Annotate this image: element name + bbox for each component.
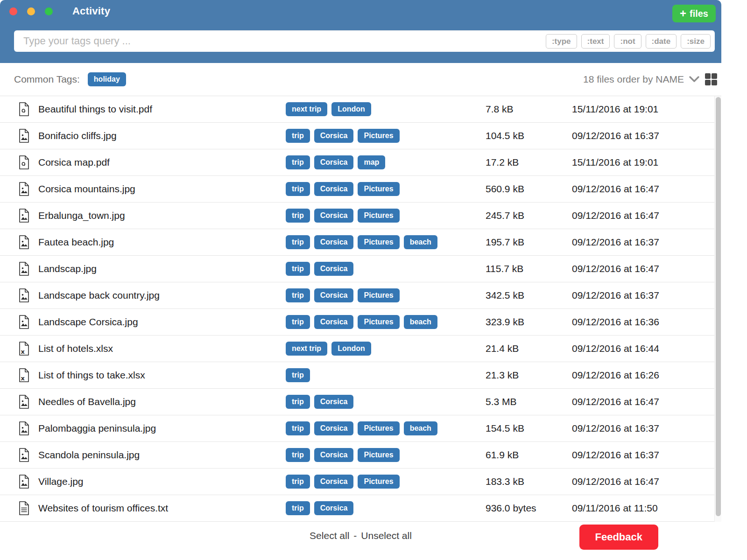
tag-badge[interactable]: trip [286, 475, 310, 489]
file-row[interactable]: Village.jpgtripCorsicaPictures183.3 kB09… [0, 469, 714, 495]
scrollbar-thumb[interactable] [716, 97, 721, 516]
tag-badge[interactable]: next trip [286, 102, 327, 116]
image-file-icon [0, 262, 38, 276]
unselect-all-link[interactable]: Unselect all [361, 530, 412, 541]
file-size: 342.5 kB [481, 290, 567, 301]
file-size: 323.9 kB [481, 316, 567, 328]
file-row[interactable]: Landscape Corsica.jpgtripCorsicaPictures… [0, 309, 714, 336]
file-row[interactable]: Needles of Bavella.jpgtripCorsica5.3 MB0… [0, 389, 714, 415]
file-date: 09/12/2016 at 16:47 [567, 396, 714, 407]
tag-badge[interactable]: trip [286, 315, 310, 329]
file-row[interactable]: Beautiful things to visit.pdfnext tripLo… [0, 96, 714, 123]
file-date: 09/12/2016 at 16:47 [567, 476, 714, 487]
tag-badge[interactable]: trip [286, 288, 310, 302]
file-date: 09/12/2016 at 16:37 [567, 237, 714, 248]
tag-badge[interactable]: beach [404, 235, 437, 249]
tag-badge[interactable]: Pictures [358, 209, 399, 223]
file-row[interactable]: Palombaggia peninsula.jpgtripCorsicaPict… [0, 415, 714, 442]
tag-badge[interactable]: Corsica [314, 155, 354, 169]
file-row[interactable]: xList of things to take.xlsxtrip21.3 kB0… [0, 362, 714, 389]
tag-badge[interactable]: trip [286, 395, 310, 409]
file-name: Bonifacio cliffs.jpg [38, 130, 286, 141]
selection-links: Select all - Unselect all [310, 530, 412, 541]
order-control: 18 files order by NAME [583, 73, 718, 86]
file-row[interactable]: Websites of tourism offices.txttripCorsi… [0, 495, 714, 522]
file-date: 09/12/2016 at 16:37 [567, 130, 714, 141]
tag-badge[interactable]: Pictures [358, 235, 399, 249]
file-name: List of things to take.xlsx [38, 370, 286, 381]
tag-badge[interactable]: Pictures [358, 182, 399, 196]
file-name: Village.jpg [38, 476, 286, 487]
tag-badge[interactable]: Pictures [358, 475, 399, 489]
zoom-window-button[interactable] [45, 7, 53, 15]
close-window-button[interactable] [9, 7, 17, 15]
file-row[interactable]: Bonifacio cliffs.jpgtripCorsicaPictures1… [0, 123, 714, 149]
filter-button-not[interactable]: :not [614, 34, 641, 49]
tag-badge[interactable]: Corsica [314, 288, 354, 302]
tag-badge[interactable]: Corsica [314, 315, 354, 329]
tag-badge[interactable]: Corsica [314, 395, 354, 409]
tag-badge[interactable]: Corsica [314, 182, 354, 196]
minimize-window-button[interactable] [27, 7, 35, 15]
tag-badge[interactable]: trip [286, 209, 310, 223]
tag-badge[interactable]: Corsica [314, 448, 354, 462]
select-all-link[interactable]: Select all [310, 530, 349, 541]
file-date: 09/12/2016 at 16:37 [567, 423, 714, 434]
file-size: 245.7 kB [481, 210, 567, 221]
tag-badge[interactable]: Corsica [314, 235, 354, 249]
tag-badge[interactable]: Corsica [314, 501, 354, 515]
file-row[interactable]: xList of hotels.xlsxnext tripLondon21.4 … [0, 336, 714, 362]
file-name: Palombaggia peninsula.jpg [38, 423, 286, 434]
tag-badge[interactable]: Pictures [358, 315, 399, 329]
tag-badge[interactable]: London [331, 342, 371, 356]
tag-badge[interactable]: Corsica [314, 209, 354, 223]
file-row[interactable]: Scandola peninsula.jpgtripCorsicaPicture… [0, 442, 714, 469]
chevron-down-icon[interactable] [689, 76, 700, 83]
file-row[interactable]: Landscape back country.jpgtripCorsicaPic… [0, 282, 714, 309]
file-date: 09/12/2016 at 16:36 [567, 316, 714, 328]
add-files-button[interactable]: + files [672, 5, 716, 22]
tag-badge[interactable]: Corsica [314, 421, 354, 435]
scrollbar[interactable] [714, 96, 721, 522]
filter-button-date[interactable]: :date [646, 34, 677, 49]
tag-badge[interactable]: Pictures [358, 129, 399, 143]
file-name: Landscape back country.jpg [38, 290, 286, 301]
tag-badge[interactable]: beach [404, 421, 437, 435]
search-field: :type:text:not:date:size [14, 30, 715, 52]
tag-badge[interactable]: beach [404, 315, 437, 329]
tag-badge[interactable]: trip [286, 235, 310, 249]
file-date: 09/12/2016 at 16:44 [567, 343, 714, 354]
tag-badge[interactable]: Pictures [358, 421, 399, 435]
tag-badge[interactable]: Pictures [358, 448, 399, 462]
file-row[interactable]: Corsica mountains.jpgtripCorsicaPictures… [0, 176, 714, 203]
file-row[interactable]: Corsica map.pdftripCorsicamap17.2 kB15/1… [0, 149, 714, 176]
common-tags: holiday [88, 72, 126, 86]
file-row[interactable]: Erbalunga_town.jpgtripCorsicaPictures245… [0, 203, 714, 229]
file-row[interactable]: Fautea beach.jpgtripCorsicaPicturesbeach… [0, 229, 714, 256]
tag-badge[interactable]: trip [286, 129, 310, 143]
tag-badge[interactable]: Corsica [314, 129, 354, 143]
grid-view-icon[interactable] [705, 73, 718, 86]
tag-badge[interactable]: trip [286, 421, 310, 435]
tag-badge[interactable]: trip [286, 182, 310, 196]
tag-badge[interactable]: trip [286, 448, 310, 462]
file-row[interactable]: Landscap.jpgtripCorsica115.7 kB09/12/201… [0, 256, 714, 282]
tag-badge[interactable]: map [358, 155, 385, 169]
window-title: Activity [72, 5, 110, 17]
tag-badge[interactable]: trip [286, 262, 310, 276]
file-name: Corsica mountains.jpg [38, 183, 286, 195]
filter-button-type[interactable]: :type [546, 34, 577, 49]
common-tag-badge[interactable]: holiday [88, 72, 126, 86]
tag-badge[interactable]: trip [286, 368, 310, 382]
feedback-button[interactable]: Feedback [579, 525, 659, 550]
filter-button-size[interactable]: :size [681, 34, 711, 49]
tag-badge[interactable]: next trip [286, 342, 327, 356]
tag-badge[interactable]: trip [286, 501, 310, 515]
tags-query-input[interactable] [14, 35, 546, 47]
filter-button-text[interactable]: :text [581, 34, 610, 49]
tag-badge[interactable]: London [331, 102, 371, 116]
tag-badge[interactable]: Corsica [314, 262, 354, 276]
tag-badge[interactable]: Pictures [358, 288, 399, 302]
tag-badge[interactable]: Corsica [314, 475, 354, 489]
tag-badge[interactable]: trip [286, 155, 310, 169]
